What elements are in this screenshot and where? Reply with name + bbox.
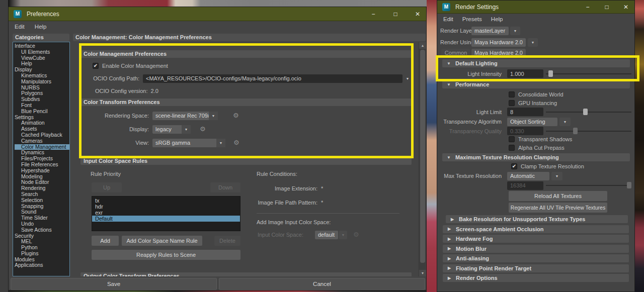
tab[interactable]: Maya Hardware 2.0 [471,49,526,57]
category-item[interactable]: Search [15,191,69,198]
tab[interactable]: Common [441,49,470,57]
expand-icon[interactable]: ▶ [443,237,456,241]
menu-item[interactable]: Edit [443,16,453,22]
rule-item[interactable]: hdr [92,204,240,210]
category-item[interactable]: Blue Pencil [15,109,69,115]
section-header-performance[interactable]: ▼ Performance [442,80,630,88]
menu-item[interactable]: Help [491,16,503,22]
scrollbar[interactable]: ▲ ▼ [419,42,426,276]
expand-icon[interactable]: ▶ [443,276,456,280]
rendering-space-gear-icon[interactable]: ⚙ [233,112,239,120]
category-item[interactable]: Hypershade [15,168,69,174]
transparent-shadows-checkbox[interactable] [509,136,515,142]
scrollbar-thumb[interactable] [420,50,425,263]
section-header-color-management: Color Management Preferences [80,50,412,58]
slider-handle[interactable] [548,70,553,77]
slider-handle [573,128,578,134]
section-header-texture-clamping[interactable]: ▼ Maximum Texture Resolution Clamping [442,153,630,161]
expand-icon[interactable]: ▶ [443,246,456,251]
category-item[interactable]: Cached Playback [15,132,69,138]
expand-icon[interactable]: ▼ [442,155,455,160]
gpu-instancing-checkbox[interactable] [509,100,515,106]
save-button[interactable]: Save [11,278,217,290]
regenerate-uv-tile-previews-button[interactable]: Regenerate All UV Tile Preview Textures [509,203,607,213]
cancel-button[interactable]: Cancel [219,278,425,290]
scroll-down-icon[interactable]: ▼ [419,270,426,276]
chevron-down-icon[interactable]: ▼ [182,125,191,134]
transparency-algorithm-dropdown[interactable]: Object Sorting [507,118,557,126]
rule-item[interactable]: exr [92,210,240,216]
max-resolution-slider [546,181,631,189]
category-item[interactable]: Save Actions [15,227,69,233]
expand-icon[interactable]: ▼ [442,82,455,87]
category-item[interactable]: Applications [15,262,69,268]
view-dropdown[interactable]: sRGB gamma ▼ [152,139,225,147]
chevron-down-icon[interactable]: ▼ [528,38,538,47]
image-extension-row: Image Extension: * [257,185,323,192]
category-item[interactable]: Kinematics [15,73,69,79]
expand-icon[interactable]: ▶ [446,217,459,222]
rule-item[interactable]: tx [92,198,240,204]
category-item[interactable]: UI Elements [15,49,69,55]
menu-item[interactable]: Help [35,24,47,30]
render-layer-dropdown[interactable]: masterLayer [471,27,509,35]
light-limit-slider[interactable] [546,108,631,116]
collapsed-section-header[interactable]: ▶ Motion Blur [443,245,629,253]
chevron-down-icon[interactable]: ▼ [559,118,571,126]
maximize-icon[interactable]: □ [392,11,399,18]
light-intensity-slider[interactable] [546,69,631,78]
category-item[interactable]: Font [15,103,69,109]
category-item[interactable]: Undo [15,221,69,227]
collapsed-section-header[interactable]: ▶ Screen-space Ambient Occlusion [443,225,629,233]
reapply-rules-button[interactable]: Reapply Rules to Scene [92,250,240,260]
minimize-icon[interactable]: − [584,4,591,11]
display-dropdown[interactable]: legacy ▼ [152,125,191,134]
expand-icon[interactable]: ▶ [443,256,456,261]
chevron-down-icon[interactable]: ▼ [551,172,562,180]
collapsed-section-header[interactable]: ▶ Floating Point Render Target [443,264,629,272]
collapsed-section-header[interactable]: ▶ Bake Resolution for Unsupported Textur… [446,215,628,223]
ocio-path-field[interactable]: <MAYA_RESOURCES>/OCIO-configs/Maya-legac… [143,74,403,83]
category-item[interactable]: Manipulators [15,79,69,85]
max-texture-resolution-dropdown[interactable]: Automatic [507,172,549,180]
reload-all-textures-button[interactable]: Reload All Textures [509,191,607,201]
minimize-icon[interactable]: − [370,11,377,18]
collapsed-section-header[interactable]: ▶ Render Options [443,274,629,282]
chevron-down-icon[interactable]: ▼ [216,139,225,147]
menu-item[interactable]: Edit [15,24,25,30]
expand-icon[interactable]: ▼ [442,61,455,66]
category-item[interactable]: File References [15,162,69,168]
expand-icon[interactable]: ▶ [443,227,456,231]
chevron-down-icon[interactable]: ▼ [510,27,520,35]
light-limit-field[interactable]: 8 [507,108,543,116]
light-intensity-field[interactable]: 1.000 [507,69,543,78]
collapsed-section-header[interactable]: ▶ Hardware Fog [443,235,629,243]
render-using-dropdown[interactable]: Maya Hardware 2.0 [471,38,526,47]
ocio-path-dropdown-icon[interactable]: ▼ [404,75,411,82]
slider-handle[interactable] [583,109,588,115]
section-header-default-lighting[interactable]: ▼ Default Lighting [442,59,630,67]
expand-icon[interactable]: ▶ [443,266,456,270]
category-item[interactable]: Plugins [15,251,69,257]
add-rule-button[interactable]: Add [92,236,119,246]
display-gear-icon[interactable]: ⚙ [200,125,206,133]
view-gear-icon[interactable]: ⚙ [233,139,239,147]
close-icon[interactable]: ✕ [414,11,421,18]
chevron-down-icon[interactable]: ▼ [209,112,218,120]
close-icon[interactable]: ✕ [622,4,629,11]
rule-item[interactable]: Default [92,216,240,222]
clamp-texture-resolution-checkbox[interactable]: ✔ [511,163,517,169]
maximize-icon[interactable]: □ [603,4,610,11]
consolidate-world-label: Consolidate World [518,91,564,98]
rendering-space-dropdown[interactable]: scene-linear Rec 709/sRGB ▼ [152,112,218,120]
up-button: Up [92,182,122,192]
scroll-up-icon[interactable]: ▲ [419,42,426,49]
consolidate-world-checkbox[interactable] [509,91,515,98]
add-color-space-name-rule-button[interactable]: Add Color Space Name Rule [122,236,202,246]
collapsed-section-header[interactable]: ▶ Anti-aliasing [443,254,629,262]
enable-color-management-checkbox[interactable]: ✔ [93,63,99,69]
category-item[interactable]: Cameras [15,138,69,144]
menu-item[interactable]: Presets [462,16,482,22]
alpha-cut-prepass-checkbox[interactable] [509,145,515,151]
category-item[interactable]: Selection [15,198,69,204]
